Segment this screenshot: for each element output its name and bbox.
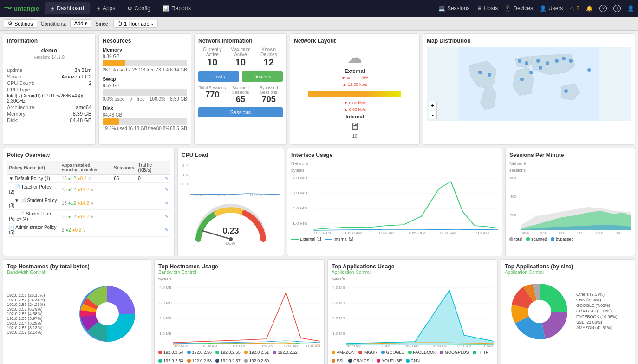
- svg-point-10: [564, 89, 568, 93]
- nav-sessions[interactable]: 💻 Sessions: [438, 5, 470, 12]
- li-imgur: IMGUR: [358, 350, 378, 355]
- svg-point-6: [546, 61, 549, 65]
- map-card: Map Distribution: [423, 33, 635, 145]
- nav-tab-dashboard[interactable]: ⊞ Dashboard: [45, 2, 90, 14]
- hosts-button[interactable]: Hosts: [198, 72, 239, 82]
- cpu-count-label: CPU Count:: [7, 80, 34, 86]
- time-selector-button[interactable]: ⏱ 1 Hour ago ▾: [113, 20, 158, 28]
- top-hostnames-pie: [70, 277, 144, 351]
- zoom-out-button[interactable]: -: [429, 111, 437, 119]
- nav-alerts[interactable]: ⚠ 2: [569, 5, 579, 12]
- bell-icon: 🔔: [586, 5, 593, 12]
- apps-usage-svg: 4.0 MB 3.0 MB 2.0 MB 1.0 MB 10:20 AM 10:…: [332, 283, 494, 348]
- svg-text:2.0 MB: 2.0 MB: [159, 316, 172, 320]
- li-192.0.2.54: 192.0.2.54: [158, 350, 183, 355]
- nav-hosts[interactable]: 🖥 Hosts: [476, 5, 498, 12]
- svg-text:2.5: 2.5: [257, 222, 263, 226]
- dashboard-icon: ⊞: [50, 5, 55, 12]
- scanned-dot: [526, 237, 530, 241]
- total-sessions-cell: Total Sessions 770: [198, 85, 227, 104]
- svg-text:1.0 MB: 1.0 MB: [293, 221, 307, 226]
- svg-text:10:20 AM: 10:20 AM: [346, 344, 361, 348]
- settings-button[interactable]: ⚙ Settings: [4, 19, 37, 28]
- policy-edit-3[interactable]: ✎: [163, 196, 170, 210]
- legend-total: total: [509, 237, 522, 241]
- sessions-button[interactable]: Sessions: [198, 107, 283, 117]
- nav-add[interactable]: +: [613, 5, 621, 12]
- svg-text:0: 0: [194, 244, 196, 248]
- nav-tab-reports[interactable]: 📊 Reports: [157, 2, 196, 14]
- nav-devices[interactable]: 📱 Devices: [504, 5, 533, 12]
- nav-bell[interactable]: 🔔: [586, 5, 593, 12]
- zoom-in-button[interactable]: +: [429, 102, 437, 110]
- apps-icon: ⊞: [96, 5, 101, 12]
- alert-icon: ⚠: [569, 5, 574, 12]
- table-row: ▼ 📄 Student Policy (3) 15 ●12 ●14.2 ∨ ✎: [7, 196, 170, 210]
- svg-text:400: 400: [510, 195, 516, 199]
- svg-text:11:10: 11:10: [612, 231, 620, 234]
- maximum-active-label: Maximum Active: [227, 47, 255, 57]
- interface-usage-subtitle: Network: [291, 161, 498, 166]
- internal-label: Internal [2]: [334, 237, 354, 241]
- network-layout-title: Network Layout: [294, 38, 416, 44]
- svg-text:11:19:15: 11:19:15: [217, 194, 230, 197]
- policy-sessions-5: [112, 223, 136, 237]
- policy-card: Policy Overview Policy Name (id) Apps In…: [3, 148, 175, 256]
- nav-tab-config[interactable]: ⚙ Config: [122, 2, 156, 14]
- policy-edit-2[interactable]: ✎: [163, 183, 170, 196]
- legend-scanned: scanned: [526, 237, 547, 241]
- internal-label: Internal: [345, 114, 364, 119]
- li-googplus: GOOGPLUS: [440, 350, 469, 355]
- add-condition-button[interactable]: Add ▾: [70, 19, 92, 28]
- nav-tab-apps[interactable]: ⊞ Apps: [91, 2, 121, 14]
- svg-text:10:30 AM: 10:30 AM: [376, 344, 390, 348]
- cpu-type-row: CPU Type:: [7, 86, 91, 93]
- top-hostnames-title: Top Hostnames (by total bytes): [7, 263, 147, 270]
- policy-edit-4[interactable]: ✎: [163, 210, 170, 223]
- reports-icon: 📊: [163, 5, 169, 12]
- map-title: Map Distribution: [427, 38, 631, 44]
- swap-stats: 0.0% used 0 free 100.0% 8.59 GB: [103, 97, 187, 102]
- scanned-sessions-cell: Scanned Sessions 65: [227, 85, 255, 104]
- network-info-title: Network Information: [198, 38, 283, 44]
- top-apps-size-content: Others (2.17%) CNN (3.04%) GOOGLE (7.62%…: [505, 277, 631, 346]
- hostname: demo: [7, 47, 91, 54]
- legend-item-8: 192.0.2.55 (3.13%): [7, 325, 67, 330]
- logo-text: untangle: [14, 5, 39, 12]
- total-sessions-label: Total Sessions: [198, 85, 227, 90]
- las-craigsli: CRAIGSLI (8.33%): [576, 309, 631, 313]
- svg-text:4.0 MB: 4.0 MB: [159, 286, 172, 290]
- policy-title: Policy Overview: [7, 152, 170, 158]
- svg-text:10:30 AM: 10:30 AM: [202, 344, 217, 348]
- table-row: 📄 Administrator Policy (5) 2 ●2 ●0.2 ∨ ✎: [7, 223, 170, 237]
- server-label: Server:: [7, 74, 23, 79]
- svg-point-9: [569, 59, 573, 63]
- disk-row: Disk: 84.48 GB: [7, 117, 91, 124]
- disk-label: Disk:: [7, 117, 18, 123]
- uptime-value: 3h 31m: [74, 67, 91, 73]
- server-row: Server: Amazon EC2: [7, 73, 91, 80]
- memory-free-pct: 73.1%: [156, 67, 169, 72]
- table-row: 📄 Teacher Policy (2) 15 ●12 ●14.2 ∨ ✎: [7, 183, 170, 196]
- memory-section: Memory 8.39 GB 26.9% used 2.25 GB free 7…: [103, 47, 187, 72]
- network-layout-card: Network Layout ☁ External ▼ 430.11 kb/s …: [290, 33, 420, 145]
- nav-user-avatar[interactable]: 👤: [627, 5, 634, 12]
- policy-name-5: 📄 Administrator Policy (5): [7, 223, 60, 237]
- memory-bar-bg: [103, 60, 187, 66]
- top-apps-size-subtitle: Application Control: [505, 270, 631, 275]
- col-policy-name: Policy Name (id): [7, 161, 60, 175]
- row-1: Information demo version: 14.1.0 uptime:…: [3, 33, 635, 145]
- cpu-type-label: CPU Type:: [7, 87, 32, 92]
- arch-row: Architecture: amd64: [7, 104, 91, 110]
- svg-point-3: [518, 59, 521, 63]
- devices-button[interactable]: Devices: [242, 72, 283, 82]
- bypassed-dot: [551, 237, 554, 241]
- nav-users[interactable]: 👤 Users: [540, 5, 563, 12]
- policy-edit-1[interactable]: ✎: [163, 175, 170, 183]
- legend-internal: Internal [2]: [325, 237, 354, 241]
- sessions-per-minute-card: Sessions Per Minute Network sessions 600…: [505, 148, 635, 256]
- bypassed-sessions-cell: Bypassed Sessions 705: [254, 85, 283, 104]
- uptime-row: uptime: 3h 31m: [7, 67, 91, 73]
- policy-edit-5[interactable]: ✎: [163, 223, 170, 237]
- nav-help[interactable]: ?: [599, 5, 607, 12]
